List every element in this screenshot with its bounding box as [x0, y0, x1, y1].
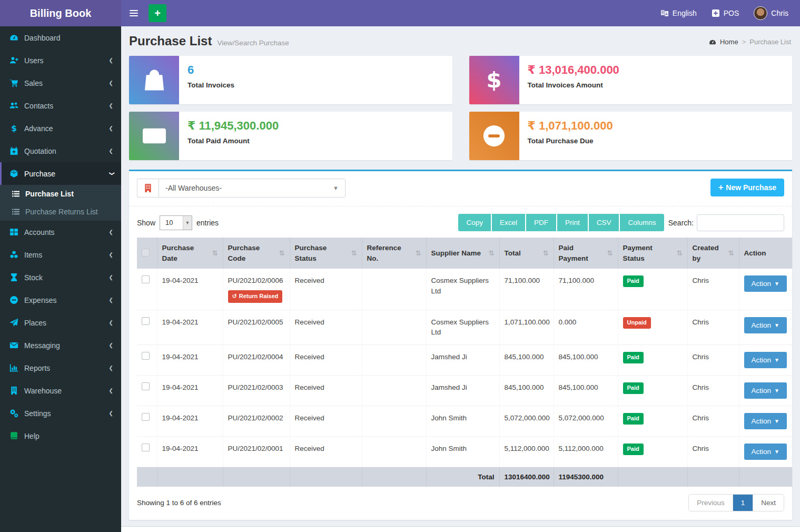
stat-value: ₹ 1,071,100.000 [528, 119, 613, 133]
gears-icon [9, 409, 18, 418]
action-button[interactable]: Action ▼ [744, 352, 787, 368]
chart-bar-icon [9, 363, 18, 372]
action-button[interactable]: Action ▼ [744, 444, 787, 460]
app-logo[interactable]: Billing Book [0, 0, 121, 26]
pagination-next[interactable]: Next [753, 495, 784, 511]
column-header-supplier-name[interactable]: Supplier Name⇅ [426, 238, 499, 269]
cell-paid-payment: 5,072,000.000 [554, 406, 618, 436]
cell-purchase-code: PU/2021/02/0006↺Return Raised [223, 269, 290, 310]
sidebar-item-contacts[interactable]: Contacts❮ [0, 94, 121, 117]
excel-export-button[interactable]: Excel [492, 214, 525, 231]
column-header-purchase-code[interactable]: Purchase Code⇅ [223, 238, 290, 269]
breadcrumb-home[interactable]: Home [720, 38, 738, 46]
cell-purchase-date: 19-04-2021 [157, 310, 223, 344]
column-header-purchase-status[interactable]: Purchase Status⇅ [290, 238, 362, 269]
sort-icon[interactable]: ⇅ [279, 249, 285, 257]
sort-icon[interactable]: ⇅ [489, 249, 495, 257]
sidebar-item-label: Help [24, 432, 39, 440]
sidebar-submenu: Purchase ListPurchase Returns List [0, 185, 121, 221]
row-checkbox[interactable] [142, 444, 150, 451]
sidebar-item-places[interactable]: Places❮ [0, 311, 121, 334]
sidebar-item-messaging[interactable]: Messaging❮ [0, 334, 121, 357]
pagination-previous[interactable]: Previous [689, 495, 733, 511]
rotate-left-icon: ↺ [232, 292, 237, 301]
sidebar-item-purchase[interactable]: Purchase❮ [0, 162, 121, 185]
chevron-left-icon: ❮ [109, 297, 113, 303]
cell-created-by: Chris [687, 375, 739, 406]
sidebar-item-expenses[interactable]: Expenses❮ [0, 289, 121, 311]
cell-purchase-status: Received [290, 269, 362, 310]
select-all-checkbox[interactable] [142, 249, 150, 257]
action-button[interactable]: Action ▼ [744, 413, 787, 429]
action-button[interactable]: Action ▼ [744, 275, 787, 292]
column-header-total[interactable]: Total⇅ [499, 238, 554, 269]
csv-export-button[interactable]: CSV [589, 214, 619, 231]
print-export-button[interactable]: Print [557, 214, 588, 231]
chevron-left-icon: ❮ [109, 320, 113, 326]
columns-export-button[interactable]: Columns [620, 214, 664, 231]
stat-card-total-invoices-amount: $₹ 13,016,400.000Total Invoices Amount [469, 56, 793, 104]
table-summary: Showing 1 to 6 of 6 entries [137, 499, 221, 507]
sidebar-toggle-button[interactable] [121, 0, 146, 26]
copy-export-button[interactable]: Copy [458, 214, 491, 231]
sidebar-item-items[interactable]: Items❮ [0, 243, 121, 266]
sort-icon[interactable]: ⇅ [607, 249, 613, 257]
search-input[interactable] [697, 214, 784, 231]
tachometer-icon [9, 33, 18, 42]
sidebar-item-label: Warehouse [24, 387, 62, 395]
sidebar-item-purchase-list[interactable]: Purchase List [0, 185, 121, 203]
sort-icon[interactable]: ⇅ [543, 249, 549, 257]
stat-label: Total Purchase Due [528, 137, 613, 145]
sidebar-item-users[interactable]: Users❮ [0, 49, 121, 72]
row-checkbox[interactable] [142, 317, 150, 325]
cell-purchase-date: 19-04-2021 [157, 375, 223, 406]
sidebar-item-label: Stock [24, 273, 43, 282]
action-button[interactable]: Action ▼ [744, 382, 787, 399]
avatar [754, 6, 767, 20]
pos-link[interactable]: POS [712, 9, 739, 17]
content-area: Purchase List View/Search Purchase Home … [121, 26, 800, 526]
user-menu[interactable]: Chris [754, 6, 788, 20]
language-menu[interactable]: A English [660, 9, 697, 17]
sort-icon[interactable]: ⇅ [416, 249, 421, 257]
pagination-page-1[interactable]: 1 [733, 495, 754, 511]
sidebar-item-stock[interactable]: Stock❮ [0, 266, 121, 289]
column-header-paid-payment[interactable]: Paid Payment⇅ [554, 238, 618, 269]
sidebar-item-quotation[interactable]: Quotation❮ [0, 140, 121, 162]
sidebar-item-sales[interactable]: Sales❮ [0, 72, 121, 94]
sidebar-item-accounts[interactable]: Accounts❮ [0, 221, 121, 243]
new-purchase-button[interactable]: + New Purchase [710, 179, 784, 196]
sort-icon[interactable]: ⇅ [351, 249, 357, 257]
quick-add-button[interactable]: + [149, 4, 166, 22]
cell-total: 845,100.000 [499, 344, 554, 375]
row-checkbox[interactable] [142, 382, 150, 390]
sidebar-item-help[interactable]: Help [0, 425, 121, 447]
pdf-export-button[interactable]: PDF [526, 214, 556, 231]
select-all-header [137, 238, 157, 269]
th-large-icon [9, 228, 18, 237]
cell-reference-no [362, 436, 426, 467]
row-checkbox[interactable] [142, 275, 150, 283]
page-title: Purchase List [129, 34, 212, 48]
sidebar-item-dashboard[interactable]: Dashboard [0, 26, 121, 49]
row-checkbox[interactable] [142, 352, 150, 360]
sidebar-item-warehouse[interactable]: Warehouse❮ [0, 379, 121, 402]
column-header-payment-status[interactable]: Payment Status⇅ [618, 238, 687, 269]
payment-status-badge: Paid [623, 275, 644, 287]
column-header-reference-no[interactable]: Reference No.⇅ [362, 238, 426, 269]
row-checkbox[interactable] [142, 413, 150, 421]
column-header-created-by[interactable]: Created by⇅ [687, 238, 739, 269]
sidebar-item-settings[interactable]: Settings❮ [0, 402, 121, 425]
column-header-purchase-date[interactable]: Purchase Date⇅ [157, 238, 223, 269]
sidebar-item-advance[interactable]: $Advance❮ [0, 117, 121, 140]
page-length-select[interactable]: 10 ▼ [160, 215, 192, 230]
sidebar-item-reports[interactable]: Reports❮ [0, 357, 121, 379]
sort-icon[interactable]: ⇅ [212, 249, 218, 257]
sort-icon[interactable]: ⇅ [677, 249, 683, 257]
sort-icon[interactable]: ⇅ [728, 249, 734, 257]
chevron-left-icon: ❮ [109, 365, 113, 371]
caret-down-icon: ▼ [774, 357, 779, 363]
action-button[interactable]: Action ▼ [744, 317, 787, 333]
warehouse-select[interactable]: -All Warehouses- ▼ [159, 179, 345, 198]
sidebar-item-purchase-returns-list[interactable]: Purchase Returns List [0, 203, 121, 221]
